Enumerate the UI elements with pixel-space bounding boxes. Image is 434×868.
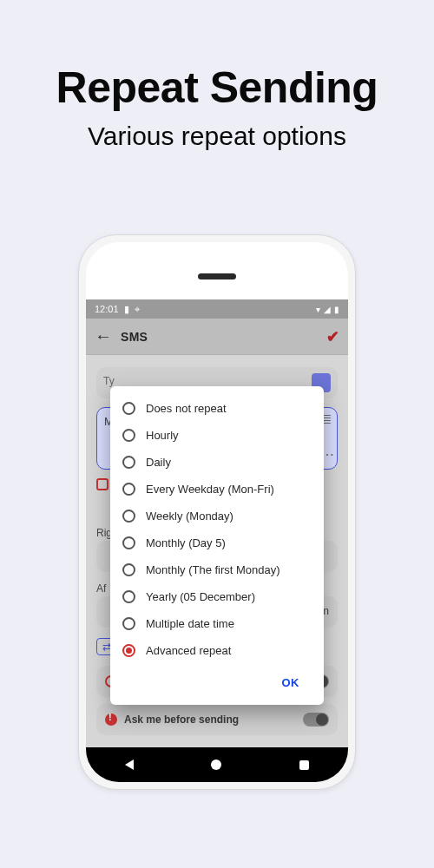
radio-icon[interactable]	[122, 402, 135, 415]
dialog-actions: OK	[121, 664, 313, 700]
radio-icon[interactable]	[122, 590, 135, 603]
status-time: 12:01	[95, 304, 119, 314]
device-frame: 12:01 ▮ ⌖ ▾ ◢ ▮ ← SMS ✔ Ty	[78, 234, 356, 790]
radio-icon[interactable]	[122, 617, 135, 630]
repeat-option-label: Hourly	[146, 429, 179, 442]
ok-button[interactable]: OK	[275, 671, 307, 694]
debug-icon: ⌖	[135, 304, 140, 315]
repeat-option[interactable]: Yearly (05 December)	[121, 583, 313, 610]
repeat-option-label: Monthly (The first Monday)	[146, 563, 280, 576]
android-nav-bar	[86, 747, 348, 782]
screen: 12:01 ▮ ⌖ ▾ ◢ ▮ ← SMS ✔ Ty	[86, 299, 348, 782]
repeat-option[interactable]: Weekly (Monday)	[121, 503, 313, 529]
radio-icon[interactable]	[122, 536, 135, 549]
repeat-option[interactable]: Advanced repeat	[121, 637, 313, 664]
repeat-dialog: Does not repeatHourlyDailyEvery Weekday …	[110, 386, 324, 705]
battery-icon: ▮	[334, 305, 339, 314]
repeat-option-label: Advanced repeat	[146, 644, 231, 657]
radio-icon[interactable]	[122, 644, 135, 657]
nav-home-icon[interactable]	[211, 760, 221, 770]
repeat-option-label: Does not repeat	[146, 402, 227, 415]
checkbox-icon[interactable]	[96, 478, 108, 490]
confirm-icon[interactable]: ✔	[326, 327, 339, 346]
signal-icon: ◢	[324, 305, 331, 314]
sim-icon: ▮	[124, 304, 129, 315]
repeat-option-label: Monthly (Day 5)	[146, 536, 226, 549]
hero-subtitle: Various repeat options	[0, 122, 434, 151]
radio-icon[interactable]	[122, 563, 135, 576]
app-bar: ← SMS ✔	[86, 319, 348, 355]
repeat-option-label: Weekly (Monday)	[146, 510, 233, 523]
repeat-option[interactable]: Monthly (Day 5)	[121, 529, 313, 556]
repeat-option-label: Yearly (05 December)	[146, 590, 255, 603]
bg-recipient-placeholder: Ty	[103, 375, 115, 387]
repeat-option[interactable]: Does not repeat	[121, 395, 313, 422]
repeat-option-label: Every Weekday (Mon-Fri)	[146, 483, 274, 496]
nav-back-icon[interactable]	[125, 760, 134, 770]
repeat-option-label: Multiple date time	[146, 617, 234, 630]
nav-recents-icon[interactable]	[299, 760, 309, 770]
hero-title: Repeat Sending	[0, 62, 434, 113]
radio-icon[interactable]	[122, 456, 135, 469]
repeat-option[interactable]: Multiple date time	[121, 610, 313, 637]
alert-icon	[105, 713, 117, 726]
repeat-option[interactable]: Daily	[121, 449, 313, 476]
wifi-icon: ▾	[316, 305, 320, 314]
repeat-option[interactable]: Hourly	[121, 422, 313, 449]
row-ask[interactable]: Ask me before sending	[96, 704, 338, 735]
radio-icon[interactable]	[122, 510, 135, 523]
bg-label-after: Af	[96, 582, 106, 595]
status-bar: 12:01 ▮ ⌖ ▾ ◢ ▮	[86, 299, 348, 319]
device-inner: 12:01 ▮ ⌖ ▾ ◢ ▮ ← SMS ✔ Ty	[86, 242, 348, 782]
repeat-option-label: Daily	[146, 456, 171, 469]
back-icon[interactable]: ←	[95, 326, 112, 346]
radio-icon[interactable]	[122, 483, 135, 496]
page-title: SMS	[121, 330, 148, 344]
repeat-option[interactable]: Monthly (The first Monday)	[121, 556, 313, 583]
repeat-option[interactable]: Every Weekday (Mon-Fri)	[121, 476, 313, 503]
speaker-icon	[198, 273, 236, 279]
radio-icon[interactable]	[122, 429, 135, 442]
row-ask-label: Ask me before sending	[124, 713, 239, 726]
ask-switch[interactable]	[303, 713, 329, 727]
